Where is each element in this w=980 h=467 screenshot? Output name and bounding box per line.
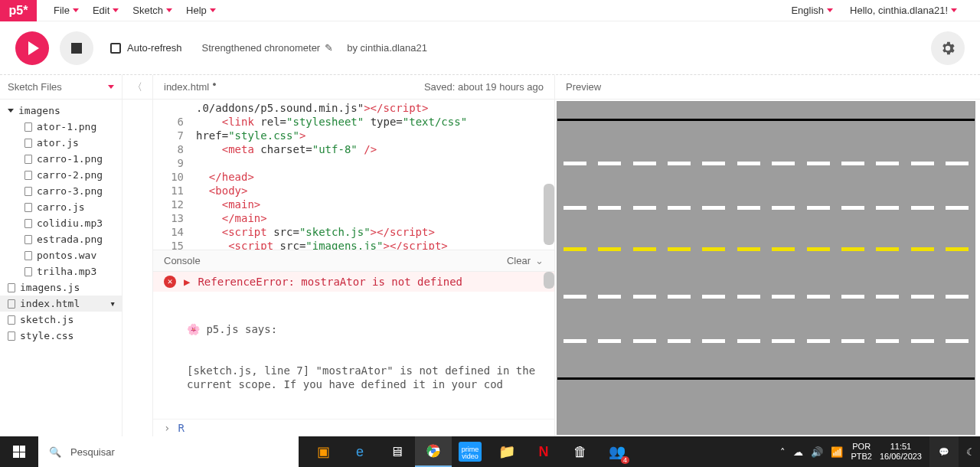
p5-logo[interactable]: p5* bbox=[0, 0, 37, 21]
play-icon bbox=[28, 41, 39, 55]
save-status: Saved: about 19 hours ago bbox=[424, 81, 544, 93]
tray-chevron-icon[interactable]: ˄ bbox=[780, 446, 786, 458]
windows-icon bbox=[13, 446, 25, 458]
friendly-error: 🌸 p5.js says: [sketch.js, line 7] "mostr… bbox=[153, 292, 554, 419]
line-gutter: 678910111213141516171819 bbox=[153, 100, 191, 250]
file-item[interactable]: pontos.wav bbox=[0, 247, 122, 263]
taskbar-app-netflix[interactable]: N bbox=[525, 436, 562, 467]
language-selector[interactable]: English bbox=[791, 5, 833, 16]
chevron-down-icon bbox=[73, 8, 79, 12]
settings-button[interactable] bbox=[931, 31, 965, 65]
sidebar-header: Sketch Files bbox=[0, 75, 122, 100]
user-menu[interactable]: Hello, cinthia.dlana21! bbox=[850, 5, 957, 16]
error-message: ReferenceError: mostraAtor is not define… bbox=[198, 275, 462, 289]
console-title: Console bbox=[164, 255, 201, 266]
auto-refresh-checkbox[interactable] bbox=[110, 43, 121, 54]
file-item[interactable]: ator-1.png bbox=[0, 119, 122, 135]
menu-file[interactable]: File bbox=[54, 5, 79, 16]
prompt-chevron-icon: › bbox=[164, 421, 170, 435]
author-link[interactable]: cinthia.dlana21 bbox=[361, 42, 427, 54]
chevron-down-icon bbox=[951, 8, 957, 12]
file-item[interactable]: colidiu.mp3 bbox=[0, 215, 122, 231]
console-scrollbar[interactable] bbox=[544, 272, 554, 289]
chevron-down-icon[interactable] bbox=[108, 85, 114, 89]
menu-edit[interactable]: Edit bbox=[93, 5, 119, 16]
file-item[interactable]: trilha.mp3 bbox=[0, 263, 122, 279]
sketch-name: Strengthened chronometer bbox=[202, 42, 321, 54]
tray-volume-icon[interactable]: 🔊 bbox=[811, 446, 823, 458]
taskbar-app-explorer[interactable]: 📁 bbox=[488, 436, 525, 467]
current-file-tab[interactable]: index.html● bbox=[164, 81, 217, 93]
file-item[interactable]: sketch.js bbox=[0, 312, 122, 328]
taskbar-app-chrome[interactable] bbox=[415, 436, 452, 467]
stop-icon bbox=[71, 43, 82, 54]
console-input[interactable]: R bbox=[178, 421, 184, 435]
taskbar-app-teams[interactable]: 👥4 bbox=[599, 436, 635, 467]
file-item[interactable]: carro-2.png bbox=[0, 167, 122, 183]
file-item[interactable]: carro-1.png bbox=[0, 151, 122, 167]
taskbar-app-prime[interactable]: primevideo bbox=[459, 442, 482, 462]
file-item[interactable]: imagens.js bbox=[0, 279, 122, 296]
chevron-down-icon bbox=[210, 8, 216, 12]
file-item[interactable]: index.html bbox=[0, 296, 122, 312]
menu-help[interactable]: Help bbox=[186, 5, 216, 16]
tray-notifications[interactable]: 💬 bbox=[929, 436, 959, 467]
file-item[interactable]: carro-3.png bbox=[0, 183, 122, 199]
collapse-sidebar-button[interactable]: 〈 bbox=[122, 75, 152, 100]
chevron-down-icon bbox=[113, 8, 119, 12]
taskbar-app-generic[interactable]: 🗑 bbox=[562, 436, 599, 467]
code-editor[interactable]: .0/addons/p5.sound.min.js"></script> <li… bbox=[191, 100, 554, 250]
stop-button[interactable] bbox=[60, 31, 93, 65]
preview-title: Preview bbox=[566, 81, 601, 93]
search-icon: 🔍 bbox=[49, 446, 61, 458]
pencil-icon[interactable]: ✎ bbox=[325, 42, 333, 54]
tray-weather-icon[interactable]: ☾ bbox=[966, 446, 975, 458]
error-play-icon: ▶ bbox=[184, 275, 190, 289]
folder-imagens[interactable]: imagens bbox=[0, 103, 122, 119]
chrome-icon bbox=[426, 443, 441, 459]
tray-cloud-icon[interactable]: ☁ bbox=[793, 446, 803, 458]
menu-sketch[interactable]: Sketch bbox=[132, 5, 172, 16]
clear-console-button[interactable]: Clear bbox=[507, 255, 531, 266]
file-item[interactable]: estrada.png bbox=[0, 231, 122, 247]
windows-start-button[interactable] bbox=[0, 436, 38, 467]
auto-refresh-label: Auto-refresh bbox=[127, 42, 182, 54]
tray-clock[interactable]: 11:5116/06/2023 bbox=[880, 442, 922, 462]
play-button[interactable] bbox=[15, 31, 49, 65]
taskbar-app-ie[interactable]: e bbox=[341, 436, 378, 467]
preview-canvas bbox=[557, 101, 975, 435]
chevron-down-icon bbox=[827, 8, 833, 12]
error-icon: ✕ bbox=[164, 276, 176, 288]
taskbar-app-media[interactable]: ▣ bbox=[305, 436, 341, 467]
tray-language[interactable]: PORPTB2 bbox=[851, 442, 872, 462]
file-item[interactable]: carro.js bbox=[0, 199, 122, 215]
gear-icon bbox=[939, 40, 956, 57]
chevron-down-icon bbox=[166, 8, 172, 12]
taskbar-app-snip[interactable]: 🖥 bbox=[378, 436, 415, 467]
file-item[interactable]: style.css bbox=[0, 328, 122, 344]
chevron-down-icon[interactable]: ⌄ bbox=[535, 255, 544, 266]
tray-wifi-icon[interactable]: 📶 bbox=[831, 446, 843, 458]
editor-scrollbar[interactable] bbox=[544, 184, 554, 245]
taskbar-search[interactable]: 🔍 Pesquisar bbox=[38, 436, 299, 467]
file-item[interactable]: ator.js bbox=[0, 135, 122, 151]
